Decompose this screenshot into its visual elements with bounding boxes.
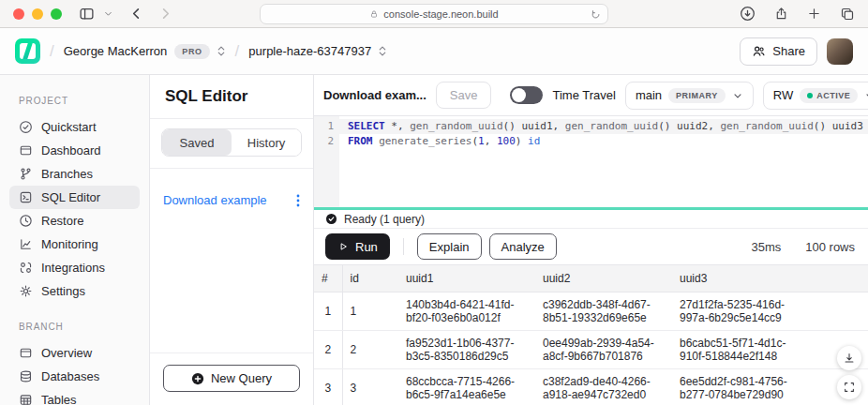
- minimize-window-button[interactable]: [32, 8, 43, 20]
- downloads-icon[interactable]: [740, 6, 756, 22]
- sidebar-item-integrations[interactable]: Integrations: [9, 256, 140, 279]
- column-header-uuid1[interactable]: uuid1: [398, 265, 535, 292]
- query-toolbar: Download exam... Save Time Travel main P…: [314, 75, 868, 116]
- saved-query-item[interactable]: Download example: [150, 186, 313, 215]
- sql-editor-main: Download exam... Save Time Travel main P…: [314, 75, 868, 405]
- chevron-down-icon: [732, 90, 743, 101]
- table-row[interactable]: 3 3 68ccbcca-7715-4266-b6c5-9f7a14ea6e5e…: [314, 369, 868, 405]
- cell-index: 2: [314, 331, 342, 369]
- column-header-index[interactable]: #: [314, 265, 342, 292]
- sidebar-item-sql-editor[interactable]: SQL Editor: [9, 186, 140, 209]
- forward-button[interactable]: [158, 7, 172, 21]
- sidebar-item-overview[interactable]: Overview: [9, 341, 140, 365]
- saved-history-tabs: Saved History: [161, 128, 302, 157]
- window-controls: [13, 8, 62, 20]
- close-window-button[interactable]: [13, 8, 24, 20]
- download-icon: [843, 352, 856, 365]
- queries-panel: SQL Editor Saved History Download exampl…: [150, 75, 314, 405]
- git-branch-icon: [19, 167, 33, 181]
- sidebar-item-label: Settings: [41, 284, 85, 298]
- time-travel-toggle[interactable]: [510, 86, 543, 104]
- org-name[interactable]: George MacKerron: [64, 44, 168, 58]
- project-selector-icon[interactable]: [378, 45, 387, 57]
- table-row[interactable]: 2 2 fa9523d1-1b06-4377-b3c5-8350186d29c5…: [314, 331, 868, 369]
- lock-icon: [369, 9, 379, 19]
- chart-icon: [19, 237, 33, 251]
- cell-uuid2: 0ee499ab-2939-4a54-a8cf-9b667b701876: [535, 331, 672, 369]
- window-icon: [19, 346, 33, 360]
- sidebar-item-settings[interactable]: Settings: [9, 279, 140, 303]
- query-row-count: 100 rows: [805, 240, 855, 254]
- tab-history[interactable]: History: [232, 129, 301, 156]
- sidebar-item-databases[interactable]: Databases: [9, 365, 140, 388]
- page-title: SQL Editor: [150, 75, 313, 119]
- tab-overview-icon[interactable]: [840, 7, 855, 22]
- column-header-uuid3[interactable]: uuid3: [672, 265, 809, 292]
- sidebar-item-tables[interactable]: Tables: [9, 388, 140, 405]
- query-title[interactable]: Download exam...: [323, 88, 427, 102]
- sidebar-item-dashboard[interactable]: Dashboard: [9, 139, 140, 162]
- cell-index: 1: [314, 292, 342, 331]
- share-page-icon[interactable]: [774, 7, 788, 21]
- cell-index: 3: [314, 369, 342, 405]
- sidebar-toggle-icon[interactable]: [79, 6, 95, 22]
- download-results-button[interactable]: [837, 346, 861, 370]
- project-name[interactable]: purple-haze-63747937: [248, 44, 371, 58]
- zoom-window-button[interactable]: [51, 8, 62, 20]
- sidebar-item-restore[interactable]: Restore: [9, 209, 140, 232]
- sql-code-editor[interactable]: 1 SELECT *, gen_random_uuid() uuid1, gen…: [314, 116, 868, 207]
- saved-query-label: Download example: [163, 193, 267, 207]
- cell-uuid3: 27d1f2fa-5235-416d-997a-6b29c5e14cc9: [672, 292, 809, 331]
- column-header-id[interactable]: id: [342, 265, 398, 292]
- cell-uuid2: c3962ddb-348f-4d67-8b51-19332d69e65e: [535, 292, 672, 331]
- compute-name: RW: [773, 88, 793, 102]
- cell-uuid1: 68ccbcca-7715-4266-b6c5-9f7a14ea6e5e: [398, 369, 535, 405]
- primary-badge: PRIMARY: [668, 88, 726, 103]
- sidebar-item-label: Monitoring: [41, 237, 98, 251]
- sidebar-item-quickstart[interactable]: Quickstart: [9, 115, 140, 139]
- cell-uuid2: c38f2ad9-de40-4266-a918-ae947c732ed0: [535, 369, 672, 405]
- gear-icon: [19, 284, 33, 298]
- active-dot-icon: [807, 93, 813, 98]
- analyze-button[interactable]: Analyze: [489, 233, 557, 260]
- branch-dropdown[interactable]: main PRIMARY: [625, 82, 754, 110]
- query-duration: 35ms: [751, 240, 781, 254]
- sidebar-item-label: Integrations: [41, 261, 105, 275]
- sidebar-item-branches[interactable]: Branches: [9, 162, 140, 186]
- chevron-down-icon[interactable]: [104, 9, 112, 18]
- share-button[interactable]: Share: [740, 38, 817, 66]
- cell-id: 2: [342, 331, 398, 369]
- sidebar-item-label: Quickstart: [41, 120, 97, 134]
- tab-saved[interactable]: Saved: [162, 129, 232, 156]
- reload-icon[interactable]: [591, 9, 601, 20]
- sidebar-section-branch: BRANCH: [9, 322, 140, 332]
- compute-dropdown[interactable]: RW ACTIVE: [763, 82, 868, 110]
- cell-id: 3: [342, 369, 398, 405]
- sidebar-item-monitoring[interactable]: Monitoring: [9, 232, 140, 256]
- run-button[interactable]: Run: [325, 233, 390, 260]
- user-avatar[interactable]: [827, 38, 853, 65]
- address-bar[interactable]: console-stage.neon.build: [260, 4, 608, 24]
- explain-button[interactable]: Explain: [417, 233, 482, 260]
- line-number: 2: [314, 134, 339, 149]
- sidebar-item-label: Databases: [41, 369, 99, 383]
- actions-divider: [403, 238, 404, 255]
- neon-logo[interactable]: [15, 38, 40, 64]
- kebab-menu-icon[interactable]: [296, 194, 300, 207]
- expand-icon: [843, 381, 856, 394]
- sql-editor-icon: [19, 190, 33, 204]
- sidebar: PROJECT Quickstart Dashboard Branches SQ…: [0, 75, 150, 405]
- org-selector-icon[interactable]: [217, 45, 226, 57]
- new-tab-icon[interactable]: [807, 7, 821, 21]
- save-button[interactable]: Save: [436, 82, 492, 109]
- breadcrumb-separator: /: [50, 42, 54, 61]
- expand-results-button[interactable]: [837, 375, 861, 399]
- table-row[interactable]: 1 1 140b3b4d-6421-41fd-bf20-f03e6b0a012f…: [314, 292, 868, 331]
- results-header-row: # id uuid1 uuid2 uuid3: [314, 265, 868, 292]
- line-number: 1: [314, 119, 339, 134]
- back-button[interactable]: [129, 7, 143, 21]
- plus-circle-icon: [191, 372, 204, 385]
- column-header-uuid2[interactable]: uuid2: [535, 265, 672, 292]
- query-status-bar: Ready (1 query): [314, 210, 868, 229]
- new-query-button[interactable]: New Query: [163, 365, 300, 392]
